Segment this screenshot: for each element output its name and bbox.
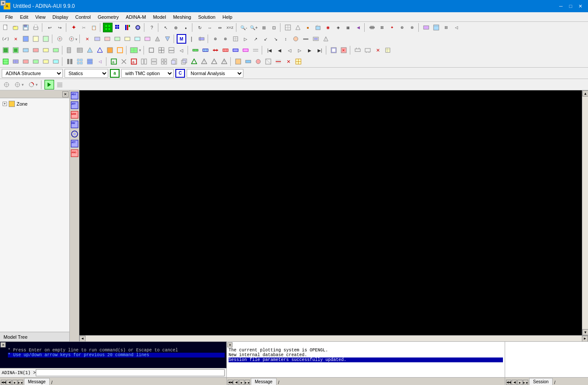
tb2-bar-icon[interactable]: | — [187, 34, 196, 44]
tb3-btn2[interactable] — [11, 45, 21, 55]
session-nav-last[interactable]: ►► — [523, 380, 528, 385]
menu-adina-m[interactable]: ADINA-M — [122, 14, 149, 21]
tb-blue-grid[interactable] — [113, 23, 123, 32]
tb-small-2[interactable]: ▼ — [12, 80, 25, 89]
tb2-btn12[interactable] — [143, 34, 152, 44]
tb-nav2[interactable] — [431, 23, 441, 32]
tb3-cgrid6[interactable] — [241, 45, 250, 55]
tb2-more11[interactable] — [311, 34, 321, 44]
tb4-btn20[interactable] — [199, 57, 209, 66]
message-nav-first[interactable]: ◀◀ — [228, 380, 233, 385]
tb3-config1[interactable] — [353, 45, 362, 55]
normal-analysis-dropdown[interactable]: Normal Analysis — [187, 69, 243, 78]
console-nav-next[interactable]: ► — [12, 380, 17, 385]
tb-move2[interactable]: ⇔ — [215, 23, 225, 32]
tb4-btn3[interactable] — [21, 57, 31, 66]
tb4-btn26[interactable] — [263, 57, 273, 66]
tb3-cgrid7[interactable] — [251, 45, 260, 55]
tb3-config3[interactable]: ✕ — [373, 45, 383, 55]
tb3-btn4[interactable] — [31, 45, 41, 55]
tb4-btn14[interactable] — [139, 57, 149, 66]
tb-btn-4[interactable]: ✂ — [79, 23, 89, 32]
menu-help[interactable]: Help — [219, 14, 236, 21]
tb4-btn25[interactable] — [253, 57, 263, 66]
tb4-btn18[interactable] — [179, 57, 189, 66]
tb2-btn9[interactable] — [113, 34, 122, 44]
tb2-more6[interactable]: ↙ — [261, 34, 270, 44]
tb3-frame3[interactable] — [167, 45, 176, 55]
side-icon-err[interactable]: ERR — [70, 110, 79, 119]
minimize-button[interactable]: ─ — [557, 2, 565, 10]
tb2-btn1[interactable]: ⟨✓⟩ — [1, 34, 10, 44]
tb3-btn7[interactable] — [65, 45, 75, 55]
tb3-btn5[interactable] — [41, 45, 51, 55]
tb2-btn5[interactable] — [41, 34, 51, 44]
tb-save[interactable] — [21, 23, 31, 32]
tree-expand-icon[interactable]: + — [3, 102, 7, 106]
tb-btn-5[interactable]: 📋 — [89, 23, 99, 32]
tb3-btn6[interactable] — [51, 45, 61, 55]
tb2-more5[interactable]: ↗ — [251, 34, 260, 44]
tb3-cgrid5[interactable] — [231, 45, 240, 55]
tb-zoom-box[interactable]: ⊡ — [269, 23, 279, 32]
tb-small-1[interactable] — [2, 80, 11, 89]
tb-display3[interactable]: ◉ — [323, 23, 333, 32]
tb3-frame4[interactable]: ◁ — [177, 45, 186, 55]
tb-zoom-fit[interactable]: ⊞ — [259, 23, 269, 32]
tb4-btn2[interactable] — [11, 57, 21, 66]
tb3-frame2[interactable] — [157, 45, 166, 55]
tb2-coord2[interactable]: ▼ — [65, 34, 78, 44]
tb4-btn7[interactable] — [65, 57, 75, 66]
tb4-btn22[interactable] — [219, 57, 229, 66]
tb2-btn8[interactable] — [103, 34, 112, 44]
tb-display4[interactable]: ◈ — [333, 23, 343, 32]
scroll-down-button[interactable]: ▼ — [582, 329, 588, 335]
tb2-more3[interactable] — [231, 34, 240, 44]
tb3-extra1[interactable] — [329, 45, 338, 55]
tb-xyz[interactable]: XYZ — [225, 23, 235, 32]
tb4-btn12[interactable] — [119, 57, 129, 66]
tb-green-grid[interactable] — [103, 23, 113, 32]
tb2-more1[interactable]: ⊕ — [211, 34, 220, 44]
menu-edit[interactable]: Edit — [17, 14, 32, 21]
tb4-btn10[interactable]: ◁ — [95, 57, 105, 66]
tb-display6[interactable]: ◀ — [353, 23, 363, 32]
tb2-btn14[interactable] — [163, 34, 172, 44]
console-tab-arrow[interactable]: / — [50, 380, 55, 385]
tb4-btn6[interactable] — [51, 57, 61, 66]
tb-redo[interactable]: ↪ — [55, 23, 65, 32]
tb-zoom-in[interactable]: 🔍+ — [249, 23, 259, 32]
tb4-btn24[interactable] — [243, 57, 253, 66]
tb4-btn29[interactable] — [294, 57, 303, 66]
tb3-btn12[interactable] — [115, 45, 125, 55]
tb4-btn8[interactable] — [75, 57, 85, 66]
console-tab-message[interactable]: Message — [24, 378, 50, 385]
tb2-m-icon[interactable]: M — [177, 34, 186, 44]
session-nav-next[interactable]: ► — [517, 380, 523, 385]
tmc-option-dropdown[interactable]: with TMC option — [121, 69, 174, 78]
tb2-btn4[interactable] — [31, 34, 41, 44]
scroll-up-button[interactable]: ▲ — [582, 90, 588, 96]
menu-meshing[interactable]: Meshing — [170, 14, 195, 21]
message-nav-last[interactable]: ►► — [245, 380, 250, 385]
tb2-more12[interactable] — [321, 34, 331, 44]
tb-btn-3[interactable]: ✦ — [69, 23, 79, 32]
tb3-btn10[interactable] — [95, 45, 105, 55]
menu-geometry[interactable]: Geometry — [94, 14, 122, 21]
tb3-btn8[interactable] — [75, 45, 85, 55]
tb4-btn27[interactable] — [273, 57, 283, 66]
console-close-button[interactable]: ✕ — [0, 342, 6, 347]
scroll-h-track[interactable] — [85, 336, 582, 342]
tb3-btn3[interactable] — [21, 45, 31, 55]
tb3-extra2[interactable]: ✕ — [339, 45, 349, 55]
side-icon-adj[interactable]: ADJ — [70, 91, 79, 100]
tb2-more4[interactable]: ▷ — [241, 34, 250, 44]
tb4-btn23[interactable] — [233, 57, 243, 66]
tb-nav1[interactable] — [421, 23, 431, 32]
tb-extra2[interactable]: ⊠ — [377, 23, 387, 32]
tb4-btn28[interactable]: ✕ — [284, 57, 293, 66]
tb-extra4[interactable]: ⊕ — [397, 23, 407, 32]
tb-lasso[interactable]: ⬧ — [181, 23, 191, 32]
tb4-btn15[interactable] — [149, 57, 159, 66]
c-icon-button[interactable]: C — [175, 69, 185, 78]
